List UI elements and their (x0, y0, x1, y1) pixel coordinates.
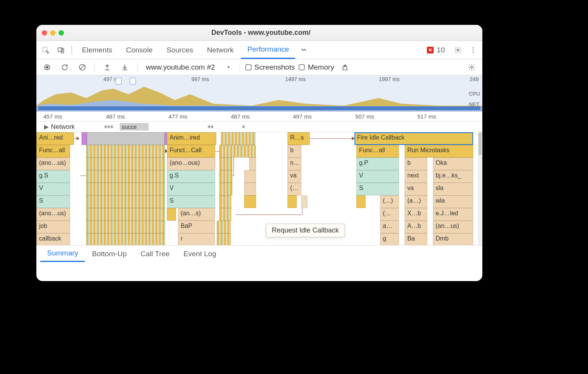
flame-cell[interactable]: bj.e…ks_ (433, 170, 473, 183)
flame-cell[interactable]: va (287, 170, 301, 183)
flame-cell[interactable]: callback (36, 233, 70, 245)
flame-cell[interactable]: Fire Idle Callback (354, 132, 473, 145)
flame-cell[interactable] (219, 195, 231, 208)
settings-icon[interactable] (451, 43, 465, 57)
flame-cell[interactable]: S (356, 183, 399, 195)
vertical-scrollbar[interactable] (478, 132, 482, 245)
flame-cell[interactable]: job (36, 221, 70, 233)
network-request-block[interactable]: succe (120, 123, 149, 130)
flame-cell[interactable]: V (167, 183, 215, 195)
close-window-button[interactable] (42, 30, 47, 36)
flame-cell[interactable] (244, 183, 256, 195)
network-track-row[interactable]: ▶ Network succe (36, 122, 482, 132)
flame-cell[interactable]: sla (433, 183, 473, 195)
screenshots-checkbox[interactable]: Screenshots (245, 63, 295, 72)
flame-cell[interactable] (221, 132, 255, 145)
flame-cell[interactable]: BaP (178, 221, 215, 233)
flame-cell[interactable]: S (36, 195, 70, 208)
flame-cell[interactable] (219, 158, 232, 170)
flame-cell[interactable]: V (36, 183, 70, 195)
maximize-window-button[interactable] (59, 30, 64, 36)
flame-cell[interactable]: g (380, 233, 399, 245)
flame-cell[interactable]: g.P (356, 158, 399, 170)
flame-cell[interactable]: Anim…ired (167, 132, 216, 145)
record-icon[interactable] (40, 60, 54, 74)
flame-cell[interactable] (86, 183, 165, 195)
flame-cell[interactable] (86, 170, 165, 183)
flame-cell[interactable]: (an…s) (178, 208, 215, 221)
timeline-overview[interactable]: 497 ms997 ms1497 ms1997 ms249 CPU NET (36, 75, 482, 112)
flame-cell[interactable]: r (178, 233, 215, 245)
flame-cell[interactable]: V (356, 170, 399, 183)
flame-cell[interactable] (244, 195, 256, 208)
flame-cell[interactable]: (ano…us) (36, 158, 70, 170)
flame-cell[interactable]: n…t (287, 158, 301, 170)
reload-icon[interactable] (58, 60, 72, 74)
flame-cell[interactable] (86, 208, 165, 221)
flame-cell[interactable] (217, 233, 231, 245)
recording-dropdown[interactable]: www.youtube.com #2 (143, 63, 234, 72)
capture-settings-icon[interactable] (465, 60, 479, 74)
error-count[interactable]: 10 (437, 46, 445, 54)
flame-cell[interactable] (219, 145, 256, 158)
flame-cell[interactable]: va (405, 183, 427, 195)
flame-cell[interactable]: Oka (433, 158, 473, 170)
flame-cell[interactable]: X…b (405, 208, 427, 221)
tab-network[interactable]: Network (201, 41, 240, 59)
flame-cell[interactable]: Ani…red (36, 132, 74, 145)
flame-cell[interactable]: a… (380, 221, 399, 233)
scrollbar-thumb[interactable] (479, 132, 482, 155)
memory-checkbox[interactable]: Memory (299, 63, 334, 72)
flame-cell[interactable]: Ba (405, 233, 427, 245)
inspect-element-icon[interactable] (39, 43, 52, 57)
download-icon[interactable] (118, 60, 132, 74)
flame-cell[interactable] (301, 195, 307, 208)
flame-cell[interactable]: (ano…us) (36, 208, 70, 221)
error-badge-icon[interactable]: ✕ (427, 47, 434, 54)
expand-triangle-icon[interactable]: ▶ (44, 123, 49, 130)
flame-cell[interactable]: next (405, 170, 427, 183)
time-ruler[interactable]: 457 ms467 ms477 ms487 ms497 ms507 ms517 … (36, 112, 482, 122)
flame-cell[interactable]: wla (433, 195, 473, 208)
flame-cell[interactable] (219, 183, 232, 195)
tab-bottom-up[interactable]: Bottom-Up (85, 246, 134, 262)
more-tabs-icon[interactable] (297, 43, 310, 57)
flame-cell[interactable]: Run Microtasks (405, 145, 473, 158)
flame-cell[interactable]: A…b (405, 221, 427, 233)
tab-sources[interactable]: Sources (160, 41, 199, 59)
flame-cell[interactable]: g.S (167, 170, 215, 183)
flame-chart[interactable]: Request Idle Callback Ani…redAnim…iredR…… (36, 132, 482, 245)
flame-cell[interactable]: g.S (36, 170, 70, 183)
flame-cell[interactable] (287, 195, 297, 208)
tab-call-tree[interactable]: Call Tree (134, 246, 176, 262)
flame-cell[interactable] (244, 170, 256, 183)
flame-cell[interactable] (82, 132, 87, 145)
flame-cell[interactable]: e.J…led (433, 208, 473, 221)
flame-cell[interactable] (356, 195, 366, 208)
flame-cell[interactable]: Func…all (356, 145, 399, 158)
flame-cell[interactable]: S (167, 195, 215, 208)
flame-cell[interactable]: (…) (287, 183, 301, 195)
flame-cell[interactable] (86, 195, 165, 208)
flame-cell[interactable]: Funct…Call (167, 145, 215, 158)
flame-cell[interactable]: (an…us) (433, 221, 473, 233)
tab-performance[interactable]: Performance (241, 41, 295, 59)
flame-cell[interactable] (219, 170, 232, 183)
flame-cell[interactable] (249, 158, 256, 170)
flame-cell[interactable]: Dmb (433, 233, 473, 245)
flame-cell[interactable]: (… (380, 208, 399, 221)
flame-cell[interactable] (86, 233, 165, 245)
tab-elements[interactable]: Elements (76, 41, 118, 59)
minimize-window-button[interactable] (50, 30, 56, 36)
garbage-collect-icon[interactable] (338, 60, 352, 74)
flame-cell[interactable]: (a…) (405, 195, 427, 208)
tab-summary[interactable]: Summary (40, 246, 85, 262)
device-toggle-icon[interactable] (54, 43, 68, 57)
clear-icon[interactable] (75, 60, 89, 74)
flame-cell[interactable]: Func…all (36, 145, 70, 158)
upload-icon[interactable] (100, 60, 114, 74)
flame-cell[interactable] (87, 132, 165, 145)
flame-cell[interactable] (86, 158, 165, 170)
flame-cell[interactable] (167, 208, 176, 221)
flame-cell[interactable]: b (405, 158, 427, 170)
